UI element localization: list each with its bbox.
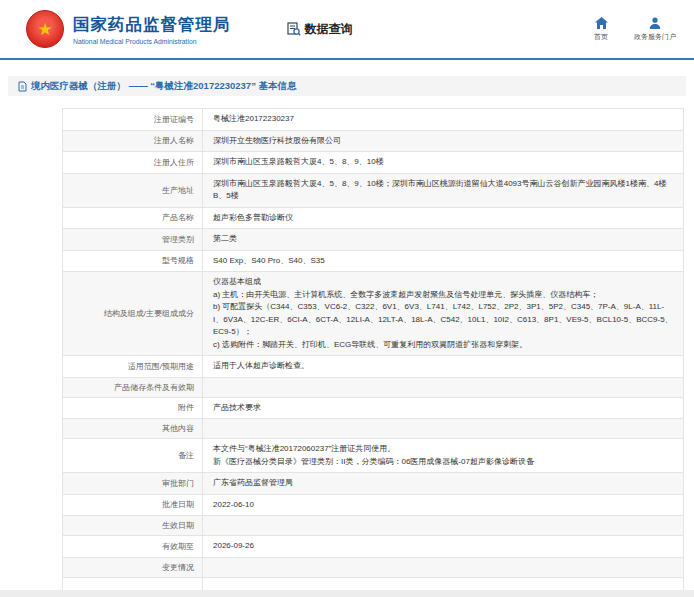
row-value: S40 Exp、S40 Pro、S40、S35 bbox=[203, 250, 684, 272]
page-title-bar: 境内医疗器械（注册） —— “粤械注准20172230237” 基本信息 bbox=[8, 76, 686, 96]
row-label: 产品名称 bbox=[63, 207, 203, 229]
table-row: 结构及组成/主要组成成分 仪器基本组成 a) 主机：由开关电源、主计算机系统、全… bbox=[63, 272, 684, 356]
row-value: 粤械注准20172230237 bbox=[203, 109, 684, 131]
nav-portal[interactable]: 政务服务门户 bbox=[634, 17, 676, 42]
table-row: 产品储存条件及有效期 bbox=[63, 377, 684, 397]
nav-portal-label: 政务服务门户 bbox=[634, 32, 676, 42]
document-icon bbox=[18, 81, 27, 92]
row-value: 仪器基本组成 a) 主机：由开关电源、主计算机系统、全数字多波束超声发射聚焦及信… bbox=[203, 272, 684, 356]
table-row: 注册人住所 深圳市南山区玉泉路毅哲大厦4、5、8、9、10楼 bbox=[63, 152, 684, 174]
row-label: 生效日期 bbox=[63, 516, 203, 536]
registration-info-table-wrap: 注册证编号 粤械注准20172230237 注册人名称 深圳开立生物医疗科技股份… bbox=[62, 108, 684, 597]
table-row: 审批部门 广东省药品监督管理局 bbox=[63, 473, 684, 495]
registration-info-table: 注册证编号 粤械注准20172230237 注册人名称 深圳开立生物医疗科技股份… bbox=[62, 108, 684, 597]
row-label: 型号规格 bbox=[63, 250, 203, 272]
national-emblem-logo[interactable]: ★ bbox=[26, 10, 64, 48]
row-value bbox=[203, 557, 684, 577]
row-value: 深圳市南山区玉泉路毅哲大厦4、5、8、9、10楼 bbox=[203, 152, 684, 174]
table-row: 附件 产品技术要求 bbox=[63, 397, 684, 419]
table-row: 生效日期 bbox=[63, 516, 684, 536]
row-value: 适用于人体超声诊断检查。 bbox=[203, 356, 684, 378]
row-label: 其他内容 bbox=[63, 419, 203, 439]
row-value bbox=[203, 377, 684, 397]
row-label: 批准日期 bbox=[63, 494, 203, 516]
table-row: 批准日期 2022-06-10 bbox=[63, 494, 684, 516]
row-label: 适用范围/预期用途 bbox=[63, 356, 203, 378]
home-icon bbox=[595, 17, 608, 29]
star-icon: ★ bbox=[37, 21, 52, 38]
table-row: 变更情况 bbox=[63, 557, 684, 577]
row-label: 附件 bbox=[63, 397, 203, 419]
table-row: 注册人名称 深圳开立生物医疗科技股份有限公司 bbox=[63, 130, 684, 152]
table-row: 注册证编号 粤械注准20172230237 bbox=[63, 109, 684, 131]
table-row: 管理类别 第二类 bbox=[63, 229, 684, 251]
nav-home-label: 首页 bbox=[594, 32, 608, 42]
table-row: 其他内容 bbox=[63, 419, 684, 439]
table-row: 产品名称 超声彩色多普勒诊断仪 bbox=[63, 207, 684, 229]
row-value: 2026-09-26 bbox=[203, 536, 684, 558]
row-label: 注册证编号 bbox=[63, 109, 203, 131]
row-value: 深圳开立生物医疗科技股份有限公司 bbox=[203, 130, 684, 152]
row-value bbox=[203, 419, 684, 439]
row-value: 深圳市南山区玉泉路毅哲大厦4、5、8、9、10楼；深圳市南山区桃源街道留仙大道4… bbox=[203, 173, 684, 207]
row-value: 产品技术要求 bbox=[203, 397, 684, 419]
top-nav: 首页 政务服务门户 bbox=[594, 17, 676, 42]
site-header: ★ 国家药品监督管理局 National Medical Products Ad… bbox=[0, 0, 694, 58]
row-label: 管理类别 bbox=[63, 229, 203, 251]
row-value: 广东省药品监督管理局 bbox=[203, 473, 684, 495]
org-title-block: 国家药品监督管理局 National Medical Products Admi… bbox=[73, 14, 231, 45]
table-row: 生产地址 深圳市南山区玉泉路毅哲大厦4、5、8、9、10楼；深圳市南山区桃源街道… bbox=[63, 173, 684, 207]
row-value: 本文件与“粤械注准20172060237”注册证共同使用。 新《医疗器械分类目录… bbox=[203, 439, 684, 473]
table-row: 有效期至 2026-09-26 bbox=[63, 536, 684, 558]
row-label: 结构及组成/主要组成成分 bbox=[63, 272, 203, 356]
page-bottom-strip bbox=[0, 590, 694, 597]
table-row: 适用范围/预期用途 适用于人体超声诊断检查。 bbox=[63, 356, 684, 378]
row-label: 生产地址 bbox=[63, 173, 203, 207]
nav-home[interactable]: 首页 bbox=[594, 17, 608, 42]
table-row: 型号规格 S40 Exp、S40 Pro、S40、S35 bbox=[63, 250, 684, 272]
data-query-icon bbox=[287, 22, 301, 36]
person-icon bbox=[649, 17, 661, 29]
org-name-en: National Medical Products Administration bbox=[73, 38, 231, 45]
row-value: 第二类 bbox=[203, 229, 684, 251]
row-label: 变更情况 bbox=[63, 557, 203, 577]
page-title: 境内医疗器械（注册） —— “粤械注准20172230237” 基本信息 bbox=[31, 80, 297, 93]
row-label: 注册人住所 bbox=[63, 152, 203, 174]
header-divider bbox=[0, 58, 694, 60]
row-value bbox=[203, 516, 684, 536]
org-name-zh: 国家药品监督管理局 bbox=[73, 14, 231, 36]
row-label: 有效期至 bbox=[63, 536, 203, 558]
data-query-nav[interactable]: 数据查询 bbox=[287, 21, 353, 38]
table-row: 备注 本文件与“粤械注准20172060237”注册证共同使用。 新《医疗器械分… bbox=[63, 439, 684, 473]
row-value: 超声彩色多普勒诊断仪 bbox=[203, 207, 684, 229]
row-value: 2022-06-10 bbox=[203, 494, 684, 516]
row-label: 审批部门 bbox=[63, 473, 203, 495]
row-label: 产品储存条件及有效期 bbox=[63, 377, 203, 397]
data-query-label: 数据查询 bbox=[305, 21, 353, 38]
row-label: 备注 bbox=[63, 439, 203, 473]
row-label: 注册人名称 bbox=[63, 130, 203, 152]
